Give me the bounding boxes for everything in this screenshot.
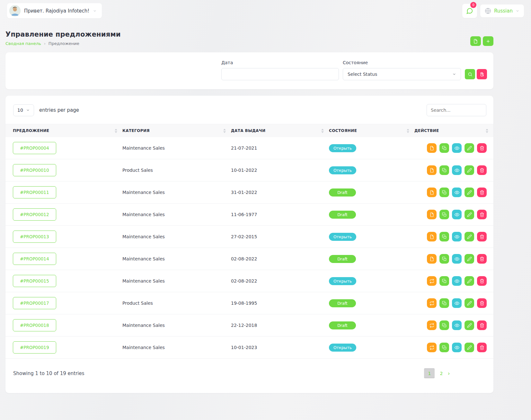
view-action-button[interactable] <box>452 298 462 308</box>
column-header-issue-date[interactable]: ДАТА ВЫДАЧИ <box>231 124 329 137</box>
user-menu[interactable]: Привет. Rajodiya Infotech! <box>7 3 102 18</box>
copy-icon <box>442 146 447 151</box>
add-proposal-button[interactable] <box>483 36 493 46</box>
issue-date-cell: 10-01-2023 <box>231 345 329 350</box>
view-action-button[interactable] <box>452 343 462 352</box>
document-action-button[interactable] <box>427 232 437 241</box>
table-search-input[interactable] <box>427 104 486 116</box>
sort-icon <box>115 129 117 133</box>
view-action-button[interactable] <box>452 254 462 264</box>
edit-action-button[interactable] <box>465 232 474 241</box>
pencil-icon <box>467 345 472 350</box>
view-action-button[interactable] <box>452 143 462 153</box>
delete-action-button[interactable] <box>477 276 487 286</box>
pagination-page-2[interactable]: 2 <box>440 371 443 376</box>
export-button[interactable] <box>470 36 481 46</box>
view-action-button[interactable] <box>452 165 462 175</box>
proposal-id-button[interactable]: #PROP00014 <box>13 253 56 265</box>
file-icon <box>473 39 478 44</box>
view-action-button[interactable] <box>452 276 462 286</box>
column-header-proposal[interactable]: ПРЕДЛОЖЕНИЕ <box>5 124 122 137</box>
delete-action-button[interactable] <box>477 254 487 264</box>
proposal-id-button[interactable]: #PROP00015 <box>13 275 56 287</box>
delete-action-button[interactable] <box>477 143 487 153</box>
delete-action-button[interactable] <box>477 210 487 219</box>
edit-action-button[interactable] <box>465 298 474 308</box>
pagination-page-1[interactable]: 1 <box>424 368 435 378</box>
date-filter-input[interactable] <box>221 68 339 80</box>
duplicate-action-button[interactable] <box>439 276 449 286</box>
duplicate-action-button[interactable] <box>439 232 449 241</box>
proposal-id-button[interactable]: #PROP00017 <box>13 297 56 309</box>
convert-action-button[interactable] <box>427 276 437 286</box>
delete-action-button[interactable] <box>477 343 487 352</box>
document-action-button[interactable] <box>427 188 437 197</box>
duplicate-action-button[interactable] <box>439 210 449 219</box>
status-badge[interactable]: Draft <box>329 299 356 307</box>
convert-action-button[interactable] <box>427 320 437 330</box>
document-action-button[interactable] <box>427 210 437 219</box>
edit-action-button[interactable] <box>465 320 474 330</box>
view-action-button[interactable] <box>452 188 462 197</box>
status-badge[interactable]: Открыть <box>329 344 356 352</box>
status-badge[interactable]: Открыть <box>329 166 356 174</box>
duplicate-action-button[interactable] <box>439 143 449 153</box>
proposal-id-button[interactable]: #PROP00011 <box>13 186 56 198</box>
column-header-action[interactable]: ДЕЙСТВИЕ <box>414 124 493 137</box>
convert-action-button[interactable] <box>427 343 437 352</box>
apply-filter-button[interactable] <box>465 69 475 79</box>
notifications-button[interactable]: 0 <box>462 4 477 18</box>
proposal-id-button[interactable]: #PROP00004 <box>13 142 56 154</box>
view-action-button[interactable] <box>452 210 462 219</box>
duplicate-action-button[interactable] <box>439 343 449 352</box>
delete-action-button[interactable] <box>477 232 487 241</box>
duplicate-action-button[interactable] <box>439 188 449 197</box>
document-action-button[interactable] <box>427 165 437 175</box>
status-badge[interactable]: Draft <box>329 255 356 263</box>
edit-action-button[interactable] <box>465 143 474 153</box>
reset-filter-button[interactable] <box>477 69 487 79</box>
status-filter-select[interactable]: Select Status <box>343 68 461 80</box>
duplicate-action-button[interactable] <box>439 165 449 175</box>
duplicate-action-button[interactable] <box>439 254 449 264</box>
proposal-id-button[interactable]: #PROP00012 <box>13 208 56 221</box>
page-size-select[interactable]: 10 <box>13 104 34 116</box>
delete-action-button[interactable] <box>477 188 487 197</box>
proposal-id-button[interactable]: #PROP00019 <box>13 341 56 354</box>
edit-action-button[interactable] <box>465 188 474 197</box>
delete-action-button[interactable] <box>477 165 487 175</box>
view-action-button[interactable] <box>452 232 462 241</box>
status-badge[interactable]: Открыть <box>329 233 356 241</box>
status-badge[interactable]: Draft <box>329 188 356 197</box>
proposal-id-button[interactable]: #PROP00010 <box>13 164 56 176</box>
duplicate-action-button[interactable] <box>439 320 449 330</box>
edit-action-button[interactable] <box>465 343 474 352</box>
duplicate-action-button[interactable] <box>439 298 449 308</box>
edit-action-button[interactable] <box>465 165 474 175</box>
filter-card: Дата Состояние Select Status <box>5 52 493 89</box>
language-selector[interactable]: Russian <box>480 4 524 17</box>
edit-action-button[interactable] <box>465 210 474 219</box>
delete-action-button[interactable] <box>477 298 487 308</box>
document-action-button[interactable] <box>427 143 437 153</box>
convert-action-button[interactable] <box>427 298 437 308</box>
document-icon <box>429 190 434 195</box>
edit-action-button[interactable] <box>465 254 474 264</box>
proposals-card: 10 entries per page ПРЕДЛОЖЕНИЕ КАТЕГОРИ… <box>5 96 493 393</box>
status-badge[interactable]: Draft <box>329 321 356 329</box>
pagination-next-button[interactable]: › <box>448 370 450 377</box>
document-action-button[interactable] <box>427 254 437 264</box>
proposal-id-button[interactable]: #PROP00018 <box>13 319 56 331</box>
breadcrumb-dashboard-link[interactable]: Сводная панель <box>5 41 41 46</box>
status-badge[interactable]: Draft <box>329 211 356 219</box>
column-header-category[interactable]: КАТЕГОРИЯ <box>122 124 231 137</box>
status-badge[interactable]: Открыть <box>329 277 356 285</box>
delete-action-button[interactable] <box>477 320 487 330</box>
status-badge[interactable]: Открыть <box>329 144 356 152</box>
edit-action-button[interactable] <box>465 276 474 286</box>
view-action-button[interactable] <box>452 320 462 330</box>
proposal-id-button[interactable]: #PROP00013 <box>13 231 56 243</box>
column-header-status[interactable]: СОСТОЯНИЕ <box>329 124 414 137</box>
table-row: #PROP00004 Maintenance Sales 21-07-2021 … <box>5 137 493 159</box>
pencil-icon <box>467 168 472 173</box>
